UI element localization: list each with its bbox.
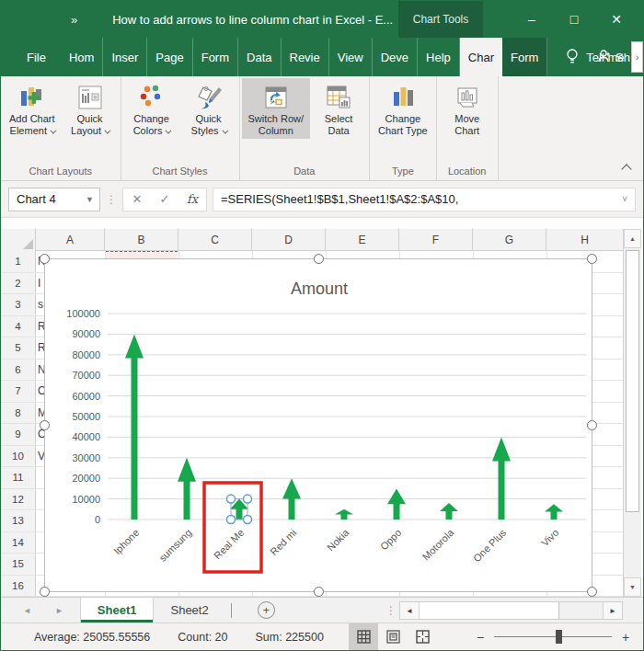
previous-sheet-icon[interactable]: ◄ — [23, 606, 31, 615]
quick-styles-button[interactable]: Quick Styles — [180, 78, 237, 139]
row-header-13[interactable]: 13 — [1, 510, 36, 531]
row-header-4[interactable]: 4 — [1, 316, 36, 337]
column-header-D[interactable]: D — [252, 229, 326, 251]
chart-resize-handle-sw[interactable] — [40, 587, 50, 597]
enter-icon[interactable]: ✓ — [151, 192, 178, 206]
formula-bar-expand-icon[interactable]: ˅ — [622, 194, 627, 204]
horizontal-scrollbar[interactable]: ◄ ► — [399, 601, 623, 620]
series-arrow-iphone[interactable] — [125, 334, 144, 520]
row-header-10[interactable]: 10 — [1, 446, 36, 467]
tab-chart-design[interactable]: Char — [460, 38, 502, 76]
chart-resize-handle-s[interactable] — [314, 587, 324, 597]
scroll-down-button[interactable]: ▼ — [624, 577, 641, 597]
tab-view[interactable]: View — [329, 38, 373, 76]
row-header-2[interactable]: 2 — [1, 273, 36, 294]
row-header-11[interactable]: 11 — [1, 467, 36, 488]
move-chart-button[interactable]: Move Chart — [439, 78, 496, 139]
scroll-right-button[interactable]: ► — [603, 602, 622, 619]
column-header-H[interactable]: H — [546, 229, 624, 251]
column-header-G[interactable]: G — [473, 229, 546, 251]
tab-help[interactable]: Help — [418, 38, 460, 76]
collapse-ribbon-chevron-icon[interactable] — [621, 164, 631, 174]
series-arrow-sumsung[interactable] — [178, 458, 196, 520]
chart-resize-handle-se[interactable] — [587, 587, 597, 597]
series-arrow-vivo[interactable] — [545, 504, 563, 520]
ribbon-overflow-chevron[interactable]: › — [631, 41, 643, 73]
insert-function-icon[interactable]: fx — [178, 192, 206, 206]
scroll-up-button[interactable]: ▲ — [624, 229, 641, 248]
new-sheet-button[interactable]: + — [258, 601, 275, 619]
add-chart-element-button[interactable]: Add Chart Element — [3, 78, 62, 139]
maximize-button[interactable]: □ — [553, 1, 595, 38]
column-header-E[interactable]: E — [326, 229, 399, 251]
point-selection-handle[interactable] — [227, 516, 236, 524]
minimize-button[interactable]: – — [511, 1, 553, 38]
select-data-button[interactable]: Select Data — [310, 78, 367, 139]
change-colors-button[interactable]: Change Colors — [123, 78, 180, 139]
tab-home[interactable]: Hom — [61, 38, 103, 76]
tab-page-layout[interactable]: Page — [147, 38, 192, 76]
row-header-15[interactable]: 15 — [1, 554, 36, 575]
quick-access-expand-icon[interactable]: » — [71, 13, 75, 27]
tab-insert[interactable]: Inser — [103, 38, 147, 76]
select-all-corner[interactable] — [1, 229, 36, 251]
chart-resize-handle-e[interactable] — [587, 420, 597, 430]
tab-developer[interactable]: Deve — [373, 38, 418, 76]
tab-data[interactable]: Data — [238, 38, 281, 76]
series-arrow-oppo[interactable] — [387, 488, 406, 520]
formula-bar-grip-icon[interactable]: ⋮ — [106, 196, 117, 203]
scroll-left-button[interactable]: ◄ — [400, 602, 420, 619]
quick-layout-button[interactable]: Quick Layout — [62, 78, 119, 139]
name-box[interactable]: Chart 4 ▼ — [8, 188, 100, 211]
switch-row-column-button[interactable]: Switch Row/ Column — [242, 78, 311, 139]
vertical-scrollbar[interactable]: ▲ ▼ — [623, 229, 641, 597]
tab-file[interactable]: File — [12, 38, 61, 76]
close-button[interactable]: ✕ — [595, 1, 638, 38]
point-selection-handle[interactable] — [244, 495, 252, 503]
series-arrow-red-mi[interactable] — [282, 478, 301, 520]
next-sheet-icon[interactable]: ► — [55, 606, 63, 615]
column-header-B[interactable]: B — [105, 229, 178, 251]
row-header-5[interactable]: 5 — [1, 337, 36, 359]
chart-resize-handle-nw[interactable] — [40, 254, 50, 264]
row-header-14[interactable]: 14 — [1, 532, 36, 554]
worksheet-grid[interactable]: ABCDEFGH 12345678910111213141516 NIsRRNO… — [1, 229, 643, 597]
tab-review[interactable]: Revie — [282, 38, 329, 76]
chart-title[interactable]: Amount — [291, 280, 348, 298]
column-header-A[interactable]: A — [36, 229, 105, 251]
zoom-slider-thumb[interactable] — [556, 630, 562, 644]
row-header-9[interactable]: 9 — [1, 424, 36, 445]
chart-resize-handle-n[interactable] — [314, 254, 324, 264]
sheetbar-splitter-icon[interactable]: ⋮ — [385, 598, 397, 622]
cancel-icon[interactable]: ✕ — [123, 192, 151, 206]
chart-resize-handle-ne[interactable] — [587, 254, 597, 264]
formula-input[interactable]: =SERIES(Sheet1!$B$1,Sheet1!$A$2:$A$10, ˅ — [213, 188, 636, 211]
normal-view-button[interactable] — [349, 623, 378, 651]
page-break-view-button[interactable] — [408, 623, 437, 651]
row-header-7[interactable]: 7 — [1, 381, 36, 402]
point-selection-handle[interactable] — [227, 495, 236, 503]
sheet-tab-sheet1[interactable]: Sheet1 — [80, 598, 155, 622]
change-chart-type-button[interactable]: Change Chart Type — [372, 78, 434, 139]
series-arrow-nokia[interactable] — [335, 509, 353, 520]
row-header-16[interactable]: 16 — [1, 576, 36, 597]
zoom-slider-track[interactable] — [494, 636, 612, 637]
row-header-1[interactable]: 1 — [1, 251, 36, 272]
row-header-8[interactable]: 8 — [1, 403, 36, 424]
zoom-out-button[interactable]: − — [472, 630, 489, 645]
tab-chart-format[interactable]: Form — [502, 38, 547, 76]
page-layout-view-button[interactable] — [378, 623, 408, 651]
chart-resize-handle-w[interactable] — [40, 420, 50, 430]
row-header-6[interactable]: 6 — [1, 360, 36, 381]
point-selection-handle[interactable] — [244, 516, 252, 524]
chart-object[interactable]: Amount 010000200003000040000500006000070… — [44, 258, 592, 592]
row-header-3[interactable]: 3 — [1, 294, 36, 315]
tab-formulas[interactable]: Form — [193, 38, 238, 76]
zoom-in-button[interactable]: + — [617, 630, 634, 645]
series-arrow-motorola[interactable] — [440, 503, 458, 520]
column-header-C[interactable]: C — [178, 229, 252, 251]
share-button[interactable]: Sh — [598, 38, 630, 76]
horizontal-scrollbar-thumb[interactable] — [420, 602, 559, 619]
row-header-12[interactable]: 12 — [1, 489, 36, 510]
sheet-tab-sheet2[interactable]: Sheet2 — [154, 598, 224, 622]
